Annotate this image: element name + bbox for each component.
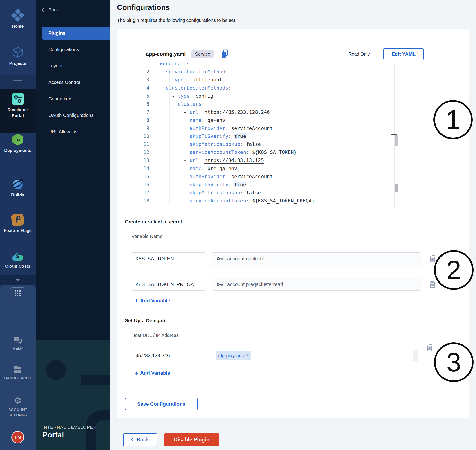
sidebar-item-label: Cloud Costs	[2, 263, 34, 269]
secret-selector[interactable]: account.preqaclusterread	[212, 278, 421, 291]
developer-portal-icon	[12, 93, 24, 105]
scrollbar-decoration	[395, 184, 398, 192]
grid-icon	[15, 290, 21, 296]
code-line: 5 - type:config	[133, 92, 394, 100]
add-delegate-variable-button[interactable]: + Add Variable	[135, 370, 170, 376]
sidebar-item-dashboards[interactable]: DASHBOARDS	[0, 366, 35, 381]
sidebar-item-help[interactable]: ? HELP	[0, 336, 35, 351]
sidebar-item-label: Deployments	[2, 148, 34, 154]
add-variable-button[interactable]: + Add Variable	[135, 298, 170, 304]
sidebar-item-deployments[interactable]: ∞ Deployments	[0, 133, 35, 154]
code-line: 4 clusterLocatorMethods:	[133, 84, 394, 92]
annotation-circle-3: 3	[434, 343, 474, 382]
sidebar-item-feature-flags[interactable]: Feature Flags	[0, 214, 35, 234]
feature-flags-icon	[11, 213, 24, 226]
secret-reference: account.preqaclusterread	[227, 281, 283, 287]
disable-plugin-button[interactable]: Disable Plugin	[164, 433, 219, 446]
variable-name-input[interactable]	[131, 278, 206, 291]
delegate-chip-label: idp-play-acc	[218, 353, 244, 358]
variable-name-input[interactable]	[131, 252, 206, 265]
secondary-nav-item[interactable]: Plugins	[42, 27, 110, 40]
secondary-nav-item[interactable]: Configurations	[35, 41, 110, 58]
user-avatar[interactable]: HM	[12, 431, 24, 444]
primary-sidebar: Home Projects Developer Portal ∞ Deploym…	[0, 0, 35, 450]
brand-panel: INTERNAL DEVELOPER Portal	[35, 340, 110, 450]
key-icon	[216, 256, 224, 261]
secondary-sidebar: Back PluginsConfigurationsLayoutAccess C…	[35, 0, 110, 450]
code-viewport[interactable]: 1 kubernetes: 2 serviceLocatorMethod: 3 …	[133, 63, 433, 208]
line-number: 12	[133, 148, 149, 156]
module-grid-button[interactable]	[10, 287, 25, 299]
line-number: 8	[133, 116, 149, 124]
line-number: 7	[133, 108, 149, 116]
line-number: 6	[133, 100, 149, 108]
delegate-heading: Set Up a Delegate	[125, 318, 167, 324]
plus-icon: +	[135, 298, 138, 303]
sidebar-divider-section	[0, 75, 35, 89]
chip-remove-icon[interactable]: ×	[246, 353, 249, 358]
secondary-nav: PluginsConfigurationsLayoutAccess Contro…	[35, 27, 110, 140]
variable-name-label: Variable Name	[132, 234, 162, 239]
line-number: 1	[133, 63, 149, 68]
sidebar-item-label: ACCOUNT SETTINGS	[2, 407, 34, 418]
code-line: 15 authProvider:serviceAccount	[133, 172, 394, 181]
line-number: 13	[133, 156, 149, 165]
delete-delegate-button[interactable]	[426, 343, 433, 353]
line-number: 10	[133, 133, 149, 140]
sidebar-item-label: Projects	[2, 60, 34, 66]
dollar-glyph: $	[12, 252, 24, 261]
sidebar-item-projects[interactable]: Projects	[0, 46, 35, 66]
line-number: 3	[133, 76, 149, 84]
add-variable-label: Add Variable	[140, 370, 170, 376]
sidebar-item-cloud-costs[interactable]: $ Cloud Costs	[0, 252, 35, 269]
secret-reference: account.qacluster	[227, 256, 266, 262]
sidebar-item-home[interactable]: Home	[0, 9, 35, 29]
scrollbar-separator	[394, 63, 394, 208]
sidebar-item-builds[interactable]: Builds	[0, 178, 35, 198]
secondary-nav-item[interactable]: OAuth Configurations	[35, 107, 110, 123]
dashboards-icon	[14, 366, 22, 374]
edit-yaml-button[interactable]: Edit YAML	[383, 48, 424, 60]
save-configurations-button[interactable]: Save Configurations	[125, 398, 198, 410]
sidebar-divider-dash	[13, 80, 22, 82]
secondary-nav-item[interactable]: Layout	[35, 58, 110, 74]
gear-icon: ⚙	[14, 396, 22, 405]
secondary-nav-item[interactable]: Access Control	[35, 74, 110, 90]
deployments-icon: ∞	[12, 133, 24, 146]
chevron-down-icon	[16, 279, 20, 281]
decorative-rect	[86, 410, 110, 450]
trash-icon	[429, 254, 436, 263]
code-line: 12 serviceAccountToken:${K8S_SA_TOKEN}	[133, 148, 394, 156]
secret-selector[interactable]: account.qacluster	[212, 252, 421, 265]
key-icon	[216, 282, 224, 287]
code-line: 6 clusters:	[133, 100, 394, 108]
code-line: 3 type:multiTenant	[133, 76, 394, 84]
back-button[interactable]: Back	[123, 433, 157, 446]
sidebar-item-developer-portal[interactable]: Developer Portal	[0, 93, 35, 118]
secondary-nav-item[interactable]: Connectors	[35, 90, 110, 107]
editor-header: app-config.yaml Service Read Only Edit Y…	[133, 45, 433, 63]
code-lines: 1 kubernetes: 2 serviceLocatorMethod: 3 …	[133, 63, 394, 205]
delegate-tag-field[interactable]: idp-play-acc ×	[212, 349, 418, 362]
back-label: Back	[48, 7, 59, 13]
sidebar-item-account-settings[interactable]: ⚙ ACCOUNT SETTINGS	[0, 396, 35, 418]
secondary-nav-item[interactable]: URL Allow List	[35, 123, 110, 140]
nav-back-button[interactable]: Back	[42, 7, 59, 13]
code-line: 7 - url:https://35.233.128.246	[133, 108, 394, 116]
copy-icon[interactable]	[220, 49, 229, 59]
code-line: 14 name:pre-qa-env	[133, 165, 394, 172]
annotation-circle-1: 1	[434, 100, 473, 139]
delete-variable-button[interactable]	[429, 280, 436, 289]
scrollbar-thumb[interactable]	[395, 135, 398, 146]
line-number: 5	[133, 92, 149, 100]
plus-icon: +	[135, 371, 138, 376]
host-url-input[interactable]	[131, 349, 206, 362]
delete-variable-button[interactable]	[429, 254, 436, 263]
chevron-left-icon	[131, 438, 135, 442]
sidebar-collapse-strip[interactable]	[0, 275, 35, 285]
code-line: 1 kubernetes:	[133, 63, 394, 68]
line-number: 14	[133, 165, 149, 172]
brand-title: Portal	[42, 430, 64, 439]
secret-row: account.qacluster	[131, 252, 436, 265]
chevron-left-icon	[42, 8, 46, 12]
